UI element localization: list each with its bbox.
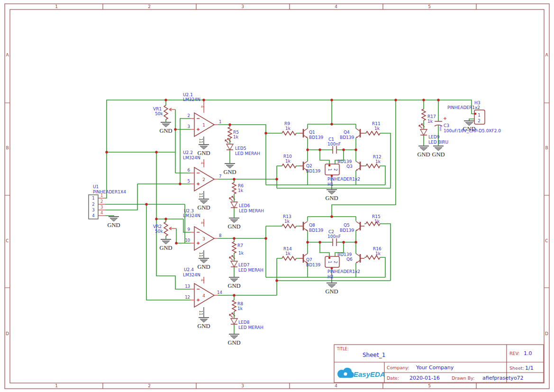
ruler-row-c: C [6,238,9,243]
r13-ref: R13 [283,214,291,219]
r8-value: 1k [237,306,243,311]
u2d-ref: U2.4 [184,267,194,272]
u2c-ref: U2.3 [184,209,194,213]
component-r10[interactable]: R10 1k [282,154,296,168]
ruler-col-1: 1 [55,4,58,9]
component-q3[interactable]: BD139 Q3 [337,159,364,171]
ruler-row-b2: B [545,146,548,150]
component-q1[interactable]: Q1 BD139 [299,128,324,140]
component-c1[interactable]: C1 100nF [327,137,341,154]
component-r9[interactable]: R9 1k [282,121,296,135]
component-vr2[interactable]: VR2 50k [153,222,168,236]
led8-value: LED MERAH [238,325,263,330]
component-r16[interactable]: R16 1k [366,246,381,259]
h2-pin1: 1 [327,261,332,263]
gnd-h2: GND [325,288,338,295]
u2a-value: LM324N [183,97,200,102]
ruler-row-a2: A [545,53,548,57]
u1-pin4: 4 [92,213,94,218]
component-r12[interactable]: R12 1k [366,155,381,168]
u1-pin2: 2 [92,202,94,207]
r14-value: 1k [285,251,291,256]
r7-value: 1k [238,251,244,255]
u2b-pin-vcc: 4 [200,162,205,164]
sheet-title[interactable]: Sheet_1 [363,352,385,358]
ruler-col-3: 3 [241,4,244,9]
u2b-pin-gnd: 11 [199,193,203,198]
r8-ref: R8 [237,301,243,306]
rev-value[interactable]: 1.0 [524,350,532,356]
component-q4[interactable]: Q4 BD139 [340,128,364,140]
q1-ref: Q1 [309,130,315,135]
component-u2.2[interactable]: 2 6 5 7 4 11 U2.2 LM324N [183,150,221,198]
h1-value: PINHEADER1x2 [327,177,360,182]
component-led6[interactable]: LED6 LED MERAH [229,196,264,213]
ruler-row-d2: D [545,331,548,336]
sheet-label: Sheet: [509,365,524,371]
component-u1[interactable]: 1 2 3 4 1 2 3 4 U1 PINHEADER1X4 [89,184,126,219]
r14-ref: R14 [283,246,292,251]
r17-value: 1k [427,119,433,124]
component-q6[interactable]: BD139 Q6 [337,252,364,263]
component-r14[interactable]: R14 1k [282,246,296,260]
date-value[interactable]: 2020-01-16 [409,375,440,381]
r5-value: 1k [233,135,239,139]
ruler-col-3b: 3 [241,383,244,388]
title-label: TITLE: [336,347,348,351]
r11-value: 1k [374,126,380,131]
company-value[interactable]: Your Company [416,365,454,371]
ruler-col-2b: 2 [148,383,151,388]
component-led5[interactable]: LED5 LED MERAH [225,138,260,156]
c2-ref: C2 [328,229,334,234]
q2-ref: Q2 [306,164,312,168]
component-r6[interactable]: R6 1k [232,182,244,194]
gnd-c3: GND [432,151,445,158]
u2b-section: 2 [202,177,205,182]
r12-value: 1k [375,159,381,164]
r9-ref: R9 [284,121,290,126]
vr1-value: 50k [155,111,163,116]
gnd-led6: GND [227,223,240,230]
component-c3[interactable]: 100uF C3 100uF/16V_CAP-D5.0XF2.0 [435,117,501,133]
component-vr1[interactable]: VR1 50k [153,105,168,119]
h1-ref: H1 [327,182,334,187]
component-q7[interactable]: Q7 BD139 [299,254,321,267]
component-r11[interactable]: R11 1k [366,121,381,135]
led9-value: LED BIRU [428,140,448,145]
u2d-value: LM324N [183,273,200,277]
sheet-value[interactable]: 1/1 [525,365,534,371]
q8-ref: Q8 [309,223,315,228]
drawn-by-label: Drawn By: [452,375,475,381]
component-h1[interactable]: 1 2 PINHEADER1x2 H1 [325,164,360,187]
c3-value: 100uF/16V_CAP-D5.0XF2.0 [444,128,501,133]
r6-ref: R6 [238,183,244,188]
ruler-row-c2: C [545,238,548,243]
easyeda-logo-text: EasyEDA [354,370,385,378]
title-block: TITLE: Sheet_1 REV: 1.0 Company: Your Co… [334,345,544,383]
component-u2.4[interactable]: 4 13 12 14 4 11 U2.4 LM324N [183,267,222,315]
component-r13[interactable]: R13 1k [282,214,296,228]
component-q2[interactable]: Q2 BD139 [299,161,321,173]
component-r15[interactable]: R15 1k [366,214,381,226]
u2d-pin-out: 14 [217,290,222,295]
u2a-pin-vcc: 4 [200,105,205,108]
component-q5[interactable]: Q5 BD139 [340,221,364,233]
component-r8[interactable]: R8 1k [232,300,243,311]
h1-pin2: 2 [333,168,338,171]
component-c2[interactable]: C2 100nF [327,229,341,246]
ruler-row-b: B [6,146,9,150]
ruler-col-2: 2 [148,4,151,9]
component-h2[interactable]: 1 2 PINHEADER1x2 H2 [325,256,360,279]
r11-ref: R11 [372,121,381,126]
led5-value: LED MERAH [235,151,260,156]
q6-value: BD139 [337,252,352,257]
component-q8[interactable]: Q8 BD139 [299,221,324,233]
component-r5[interactable]: R5 1k [228,127,239,139]
led7-value: LED MERAH [238,268,263,273]
schematic-canvas[interactable]: 1 2 3 4 5 1 2 3 4 5 A B C D A B C D [0,0,554,392]
drawn-by-value[interactable]: afiefprasetyo72 [482,375,524,381]
u2a-pin-inv: 2 [188,113,190,118]
component-u2.3[interactable]: 3 9 10 8 4 11 U2.3 LM324N [183,209,221,257]
h2-ref: H2 [327,274,334,279]
u2c-pin-vcc: 4 [200,221,205,224]
